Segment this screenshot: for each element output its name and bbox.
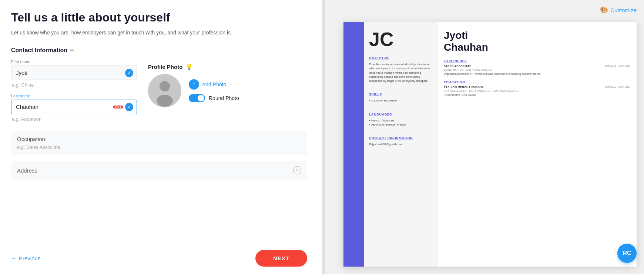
resume-skills-title: SKILLS <box>369 93 433 96</box>
photo-label: Profile Photo <box>148 64 182 70</box>
first-name-check: ✓ <box>125 69 133 77</box>
page-title: Tell us a little about yourself <box>11 10 307 24</box>
resume-edu-block: EDUCATION FASHION MERCHANDISING JUN 2010… <box>444 80 631 97</box>
help-icon[interactable]: ? <box>293 166 301 174</box>
svg-point-2 <box>157 95 173 107</box>
resume-job-date: JUN 2019 - MAR 2017 <box>605 64 631 68</box>
resume-languages-block: LANGUAGES • French : Advanced• Diploma i… <box>369 113 433 132</box>
panel-divider <box>322 0 325 274</box>
resume-languages-content: • French : Advanced• Diploma in American… <box>369 118 433 127</box>
address-label: Address <box>17 167 37 174</box>
section-header: Contact Information ✏ <box>11 47 307 54</box>
photo-options: ↑ Add Photo Round Photo <box>189 79 239 102</box>
previous-button[interactable]: ← Previous <box>11 255 40 261</box>
avatar-svg <box>148 74 181 107</box>
name-fields: First name ✓ e.g. Chloe Last name <box>11 60 137 123</box>
last-name-placeholder: e.g. Anderson <box>11 116 137 122</box>
last-name-block: Last name ✓ e.g. Anderson <box>11 94 137 122</box>
first-name-placeholder: e.g. Chloe <box>11 82 137 88</box>
resume-objective-block: OBJECTIVE Proactive, customer-orientated… <box>369 56 433 88</box>
resume-left-col: JC OBJECTIVE Proactive, customer-orienta… <box>364 22 438 267</box>
resume-skills-content: • Customer assistance <box>369 98 433 103</box>
resume-objective-title: OBJECTIVE <box>369 56 433 60</box>
resume-edu-title-row: FASHION MERCHANDISING JUN 2010 - MAR 201… <box>444 86 631 89</box>
resume-languages-title: LANGUAGES <box>369 113 433 116</box>
bottom-nav: ← Previous NEXT <box>11 250 307 267</box>
resume-contact-title: CONTACT INFORMATION <box>369 136 433 140</box>
first-name-input[interactable] <box>11 66 137 80</box>
left-panel: Tell us a little about yourself Let us k… <box>0 0 322 274</box>
resume-edu-desc: Presented the CCSF Award. <box>444 93 631 97</box>
upload-icon: ↑ <box>189 79 199 90</box>
round-photo-label: Round Photo <box>209 95 239 101</box>
resume-sidebar-accent <box>343 22 364 267</box>
resume-job-desc: Organised and hosted VIP events and was … <box>444 72 631 76</box>
spell-check-icon <box>113 106 123 108</box>
resume-edu-title: EDUCATION <box>444 80 631 84</box>
resume-contact-email: ✉ jyoti.vats92@gmail.com <box>369 142 433 146</box>
last-name-check: ✓ <box>125 103 133 111</box>
occupation-block[interactable]: Occupation e.g. Sales Associate <box>11 131 307 155</box>
resume-full-name: JyotiChauhan <box>444 30 631 53</box>
photo-label-row: Profile Photo 💡 <box>148 63 193 70</box>
first-name-block: First name ✓ e.g. Chloe <box>11 60 137 88</box>
resume-initials: JC <box>369 30 433 49</box>
occupation-placeholder: e.g. Sales Associate <box>17 144 301 150</box>
round-photo-row: Round Photo <box>189 94 239 102</box>
section-title: Contact Information <box>11 47 67 54</box>
name-photo-row: First name ✓ e.g. Chloe Last name <box>11 60 307 123</box>
address-block[interactable]: Address ? <box>11 161 307 180</box>
last-name-label: Last name <box>11 94 137 98</box>
round-photo-toggle[interactable] <box>189 94 205 102</box>
resume-exp-title: EXPERIENCE <box>444 59 631 63</box>
resume-exp-block: EXPERIENCE SALES ASSOCIATE JUN 2019 - MA… <box>444 59 631 76</box>
resume-contact-block: CONTACT INFORMATION ✉ jyoti.vats92@gmail… <box>369 136 433 151</box>
resume-job-title-row: SALES ASSOCIATE JUN 2019 - MAR 2017 <box>444 64 631 68</box>
occupation-label: Occupation <box>17 136 301 142</box>
first-name-label: First name <box>11 60 137 64</box>
palette-icon: 🎨 <box>600 6 608 14</box>
photo-block: Profile Photo 💡 ↑ Add Photo <box>148 60 239 123</box>
resume-edu-degree: FASHION MERCHANDISING <box>444 86 483 89</box>
arrow-left-icon: ← <box>11 255 17 261</box>
first-name-wrapper: ✓ <box>11 66 137 80</box>
last-name-wrapper: ✓ <box>11 100 137 114</box>
resume-skills-block: SKILLS • Customer assistance <box>369 93 433 108</box>
page-subtitle: Let us know who you are, how employers c… <box>11 29 248 37</box>
resume-right-col: JyotiChauhan EXPERIENCE SALES ASSOCIATE … <box>438 22 637 267</box>
svg-point-1 <box>160 81 170 91</box>
resume-objective-text: Proactive, customer-orientated retail pr… <box>369 62 433 83</box>
customize-bar[interactable]: 🎨 Customize <box>600 6 637 14</box>
resume-edu-school: CITY COLLEGE OF · SAN FRANCISCO · SAN FR… <box>444 90 631 92</box>
resume-edu-date: JUN 2010 - MAR 2017 <box>605 86 631 89</box>
next-button[interactable]: NEXT <box>255 250 307 267</box>
right-panel: 🎨 Customize JC OBJECTIVE Proactive, cust… <box>325 0 644 274</box>
resume-job-title: SALES ASSOCIATE <box>444 64 472 68</box>
resume-job-company: LOUIS VUITTON · SAN FRANCISCO, CA <box>444 68 631 71</box>
edit-icon[interactable]: ✏ <box>70 47 75 53</box>
resume-container: JC OBJECTIVE Proactive, customer-orienta… <box>343 22 637 267</box>
avatar <box>148 74 181 107</box>
photo-row: ↑ Add Photo Round Photo <box>148 74 239 107</box>
customize-label: Customize <box>610 7 637 13</box>
lightbulb-icon: 💡 <box>185 63 193 70</box>
add-photo-button[interactable]: ↑ Add Photo <box>189 79 239 90</box>
user-badge[interactable]: RC <box>617 244 637 263</box>
